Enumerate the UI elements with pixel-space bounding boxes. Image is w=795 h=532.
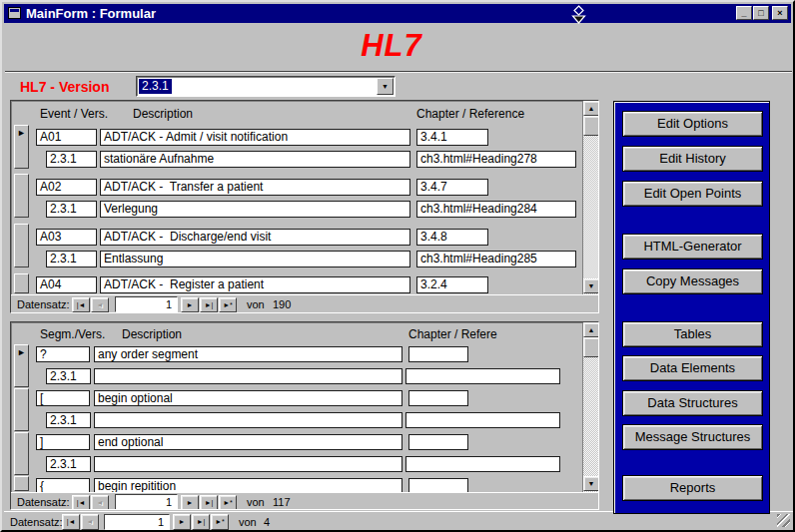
reports-button[interactable]: Reports: [622, 475, 763, 501]
event-chapter-field[interactable]: 3.4.1: [416, 129, 488, 146]
edit-options-button[interactable]: Edit Options: [622, 111, 763, 137]
event-version-field[interactable]: 2.3.1: [46, 251, 97, 267]
next-record-button[interactable]: ►: [181, 297, 199, 312]
new-record-button[interactable]: ►*: [219, 495, 237, 510]
message-structures-button[interactable]: Message Structures: [622, 424, 763, 450]
record-selector[interactable]: [14, 224, 29, 267]
segment-reference-field[interactable]: [405, 368, 560, 384]
event-reference-field[interactable]: ch3.html#Heading284: [416, 201, 576, 218]
record-selector[interactable]: [14, 388, 29, 431]
next-record-button[interactable]: ►: [173, 514, 191, 530]
segment-code-field[interactable]: ]: [36, 434, 90, 450]
version-combobox[interactable]: 2.3.1 ▼: [136, 76, 396, 97]
first-record-button[interactable]: |◄: [72, 297, 90, 312]
segment-chapter-field[interactable]: [408, 346, 468, 362]
event-description-field[interactable]: ADT/ACK - Admit / visit notification: [100, 129, 410, 146]
current-record-arrow-icon: ►: [15, 126, 28, 140]
event-description-field[interactable]: ADT/ACK - Register a patient: [100, 276, 410, 293]
previous-record-button[interactable]: ◄: [91, 297, 109, 312]
first-record-button[interactable]: |◄: [62, 514, 80, 530]
segment-description-field[interactable]: end optional: [94, 434, 402, 450]
segment-version-field[interactable]: 2.3.1: [46, 456, 91, 472]
scrollbar-thumb[interactable]: [583, 337, 599, 357]
record-number-input[interactable]: [115, 296, 178, 312]
segment-version-field[interactable]: 2.3.1: [46, 412, 91, 428]
scrollbar-thumb[interactable]: [583, 116, 599, 136]
scroll-up-icon[interactable]: ▲: [583, 101, 599, 116]
move-cursor-icon: [571, 5, 586, 28]
resize-grip[interactable]: [777, 514, 790, 527]
event-reference-field[interactable]: ch3.html#Heading278: [416, 151, 576, 168]
segments-scrollbar[interactable]: ▲ ▼: [582, 322, 598, 492]
tables-button[interactable]: Tables: [622, 321, 763, 347]
record-number-input[interactable]: [104, 514, 170, 530]
record-selector[interactable]: [14, 476, 29, 491]
segment-description-field[interactable]: any order segment: [94, 346, 402, 362]
event-code-field[interactable]: A04: [36, 276, 97, 293]
record-number-input[interactable]: [115, 494, 178, 510]
minimize-button[interactable]: _: [736, 6, 752, 20]
event-code-field[interactable]: A02: [36, 179, 97, 196]
event-chapter-field[interactable]: 3.2.4: [416, 276, 488, 293]
record-selector[interactable]: [14, 432, 29, 475]
segment-description-de-field[interactable]: [94, 412, 402, 428]
page-title: HL7: [2, 28, 781, 64]
segment-code-field[interactable]: ?: [36, 346, 90, 362]
event-chapter-field[interactable]: 3.4.8: [416, 229, 488, 246]
last-record-button[interactable]: ►|: [200, 495, 218, 510]
event-version-field[interactable]: 2.3.1: [46, 151, 97, 168]
event-description-de-field[interactable]: Entlassung: [100, 251, 410, 267]
events-scrollbar[interactable]: ▲ ▼: [582, 101, 598, 294]
segments-col-segm: Segm./Vers.: [40, 327, 105, 341]
last-record-button[interactable]: ►|: [192, 514, 210, 530]
scroll-down-icon[interactable]: ▼: [583, 278, 599, 293]
previous-record-button[interactable]: ◄: [91, 495, 109, 510]
first-record-button[interactable]: |◄: [72, 495, 90, 510]
next-record-button[interactable]: ►: [181, 495, 199, 510]
event-code-field[interactable]: A03: [36, 229, 97, 246]
close-button[interactable]: ×: [772, 6, 788, 20]
record-selector[interactable]: [14, 174, 29, 218]
form-icon: [8, 7, 21, 19]
scroll-up-icon[interactable]: ▲: [583, 322, 599, 337]
record-count-total: 117: [273, 496, 291, 508]
event-code-field[interactable]: A01: [36, 129, 97, 146]
previous-record-button[interactable]: ◄: [81, 514, 99, 530]
record-selector[interactable]: [14, 273, 29, 293]
scroll-down-icon[interactable]: ▼: [583, 476, 599, 491]
segment-description-de-field[interactable]: [94, 368, 402, 384]
edit-history-button[interactable]: Edit History: [622, 146, 763, 172]
data-elements-button[interactable]: Data Elements: [622, 355, 763, 381]
segment-version-field[interactable]: 2.3.1: [46, 368, 91, 384]
segments-subform: Segm./Vers. Description Chapter / Refere…: [10, 321, 599, 510]
record-count-total: 190: [273, 298, 291, 310]
record-nav-label: Datensatz:: [17, 496, 70, 508]
event-reference-field[interactable]: ch3.html#Heading285: [416, 251, 576, 267]
edit-open-points-button[interactable]: Edit Open Points: [622, 181, 763, 207]
event-description-de-field[interactable]: Verlegung: [100, 201, 410, 218]
record-selector[interactable]: ►: [14, 125, 29, 169]
copy-messages-button[interactable]: Copy Messages: [622, 268, 763, 294]
segment-chapter-field[interactable]: [408, 434, 468, 450]
event-description-field[interactable]: ADT/ACK - Transfer a patient: [100, 179, 410, 196]
event-description-de-field[interactable]: stationäre Aufnahme: [100, 151, 410, 168]
last-record-button[interactable]: ►|: [200, 297, 218, 312]
segment-reference-field[interactable]: [405, 412, 560, 428]
event-description-field[interactable]: ADT/ACK - Discharge/end visit: [100, 229, 410, 246]
maximize-button[interactable]: □: [753, 6, 769, 20]
record-selector[interactable]: ►: [14, 344, 29, 387]
combobox-dropdown-icon[interactable]: ▼: [377, 78, 394, 95]
new-record-button[interactable]: ►*: [211, 514, 229, 530]
segment-code-field[interactable]: [: [36, 390, 90, 406]
new-record-button[interactable]: ►*: [219, 297, 237, 312]
events-record-navbar: Datensatz: |◄ ◄ ► ►| ►* von 190: [11, 294, 598, 313]
titlebar[interactable]: MainForm : Formular _ □ ×: [4, 4, 791, 23]
event-version-field[interactable]: 2.3.1: [46, 201, 97, 218]
event-chapter-field[interactable]: 3.4.7: [416, 179, 488, 196]
segment-reference-field[interactable]: [405, 456, 560, 472]
segment-description-de-field[interactable]: [94, 456, 402, 472]
segment-description-field[interactable]: begin optional: [94, 390, 402, 406]
html-generator-button[interactable]: HTML-Generator: [622, 234, 763, 260]
data-structures-button[interactable]: Data Structures: [622, 390, 763, 416]
segment-chapter-field[interactable]: [408, 390, 468, 406]
